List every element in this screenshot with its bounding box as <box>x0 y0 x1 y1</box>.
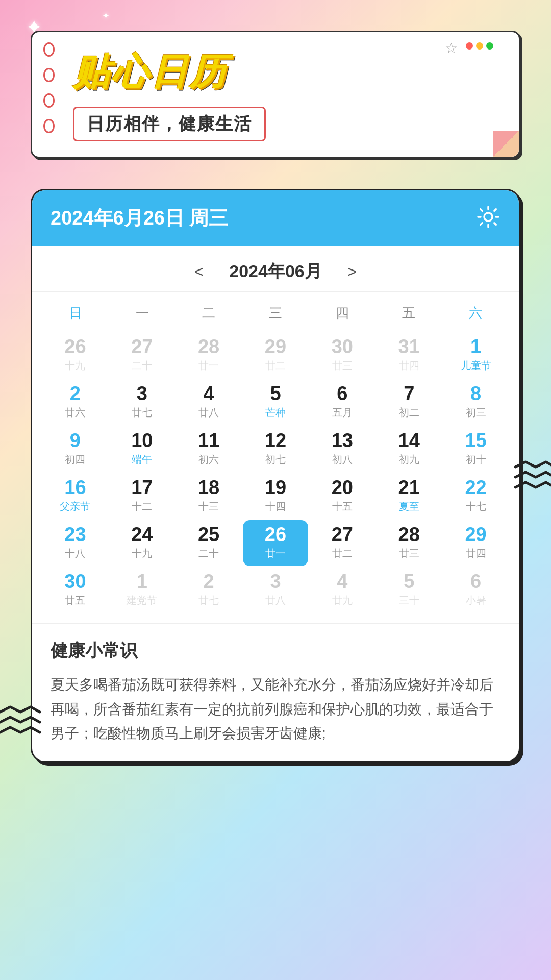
calendar-day[interactable]: 2廿六 <box>42 379 108 425</box>
day-number: 26 <box>265 524 286 546</box>
calendar-day[interactable]: 16父亲节 <box>42 473 108 519</box>
day-lunar: 廿四 <box>466 547 486 560</box>
calendar-day[interactable]: 3廿七 <box>109 379 175 425</box>
calendar-day[interactable]: 14初九 <box>376 426 442 472</box>
weekday-thu: 四 <box>309 300 375 326</box>
calendar-day[interactable]: 20十五 <box>309 473 375 519</box>
calendar-day[interactable]: 10端午 <box>109 426 175 472</box>
calendar-day[interactable]: 19十四 <box>243 473 309 519</box>
month-title: 2024年06月 <box>229 260 321 283</box>
day-number: 13 <box>332 430 353 452</box>
day-number: 28 <box>398 524 420 546</box>
calendar-day[interactable]: 5三十 <box>376 567 442 613</box>
ring-1 <box>43 42 55 57</box>
day-number: 2 <box>70 383 81 405</box>
day-number: 29 <box>465 524 486 546</box>
day-lunar: 小暑 <box>466 594 486 607</box>
calendar-day[interactable]: 2廿七 <box>176 567 242 613</box>
day-lunar: 廿八 <box>265 594 286 607</box>
calendar-day[interactable]: 28廿一 <box>176 332 242 378</box>
calendar-day[interactable]: 9初四 <box>42 426 108 472</box>
day-number: 6 <box>470 571 481 593</box>
calendar-day[interactable]: 6小暑 <box>443 567 509 613</box>
calendar-day[interactable]: 31廿四 <box>376 332 442 378</box>
calendar-body: < 2024年06月 > 日 一 二 三 四 五 六 26十九27二十28廿一2… <box>32 246 519 623</box>
day-lunar: 廿三 <box>399 547 419 560</box>
calendar-day[interactable]: 6五月 <box>309 379 375 425</box>
calendar-day[interactable]: 1建党节 <box>109 567 175 613</box>
calendar-day[interactable]: 29廿二 <box>243 332 309 378</box>
day-number: 24 <box>131 524 153 546</box>
calendar-day[interactable]: 27廿二 <box>309 520 375 566</box>
day-number: 17 <box>131 477 153 499</box>
day-number: 6 <box>337 383 347 405</box>
day-lunar: 三十 <box>399 594 419 607</box>
day-lunar: 廿七 <box>198 594 219 607</box>
day-number: 18 <box>198 477 219 499</box>
calendar-day[interactable]: 27二十 <box>109 332 175 378</box>
weekday-fri: 五 <box>375 300 442 326</box>
day-lunar: 建党节 <box>127 594 157 607</box>
calendar-day[interactable]: 17十二 <box>109 473 175 519</box>
calendar-day[interactable]: 26十九 <box>42 332 108 378</box>
calendar-day[interactable]: 29廿四 <box>443 520 509 566</box>
weekday-tue: 二 <box>176 300 242 326</box>
day-lunar: 初七 <box>265 453 286 467</box>
day-lunar: 十八 <box>65 547 85 560</box>
calendar-day[interactable]: 8初三 <box>443 379 509 425</box>
weekday-wed: 三 <box>242 300 309 326</box>
day-lunar: 芒种 <box>265 406 286 420</box>
day-lunar: 初九 <box>399 453 419 467</box>
calendar-day[interactable]: 30廿三 <box>309 332 375 378</box>
wave-decoration-left <box>0 704 41 742</box>
day-lunar: 端午 <box>132 453 152 467</box>
day-lunar: 初四 <box>65 453 85 467</box>
day-lunar: 初三 <box>466 406 486 420</box>
calendar-day[interactable]: 11初六 <box>176 426 242 472</box>
prev-month-button[interactable]: < <box>189 260 209 283</box>
calendar-day[interactable]: 3廿八 <box>243 567 309 613</box>
next-month-button[interactable]: > <box>342 260 362 283</box>
day-number: 29 <box>265 336 286 358</box>
settings-button[interactable] <box>476 205 500 231</box>
calendar-day[interactable]: 23十八 <box>42 520 108 566</box>
day-number: 4 <box>337 571 347 593</box>
current-date-display: 2024年6月26日 周三 <box>51 205 229 231</box>
calendar-day[interactable]: 24十九 <box>109 520 175 566</box>
day-lunar: 廿四 <box>399 359 419 373</box>
calendar-day[interactable]: 26廿一 <box>243 520 309 566</box>
day-number: 21 <box>398 477 420 499</box>
month-navigation: < 2024年06月 > <box>32 246 519 292</box>
calendar-day[interactable]: 30廿五 <box>42 567 108 613</box>
calendar-day[interactable]: 1儿童节 <box>443 332 509 378</box>
app-title: 贴心日历 <box>73 47 498 96</box>
day-lunar: 儿童节 <box>461 359 491 373</box>
calendar-day[interactable]: 4廿八 <box>176 379 242 425</box>
day-lunar: 父亲节 <box>60 500 90 513</box>
calendar-day[interactable]: 5芒种 <box>243 379 309 425</box>
notebook-banner: ☆ 贴心日历 日历相伴，健康生活 <box>31 31 520 158</box>
day-lunar: 十四 <box>265 500 286 513</box>
day-lunar: 廿六 <box>65 406 85 420</box>
ring-3 <box>43 93 55 108</box>
calendar-header: 2024年6月26日 周三 <box>32 190 519 246</box>
calendar-day[interactable]: 21夏至 <box>376 473 442 519</box>
calendar-day[interactable]: 22十七 <box>443 473 509 519</box>
calendar-day[interactable]: 28廿三 <box>376 520 442 566</box>
health-section: 健康小常识 夏天多喝番茄汤既可获得养料，又能补充水分，番茄汤应烧好并冷却后再喝，… <box>32 623 519 761</box>
calendar-day[interactable]: 13初八 <box>309 426 375 472</box>
calendar-day[interactable]: 25二十 <box>176 520 242 566</box>
calendar-day[interactable]: 12初七 <box>243 426 309 472</box>
calendar-day[interactable]: 7初二 <box>376 379 442 425</box>
day-lunar: 十七 <box>466 500 486 513</box>
calendar-day[interactable]: 18十三 <box>176 473 242 519</box>
calendar-day[interactable]: 4廿九 <box>309 567 375 613</box>
ring-2 <box>43 68 55 82</box>
day-number: 23 <box>64 524 86 546</box>
day-lunar: 廿五 <box>65 594 85 607</box>
weekday-sun: 日 <box>42 300 109 326</box>
calendar-day[interactable]: 15初十 <box>443 426 509 472</box>
star-decoration: ☆ <box>445 40 458 57</box>
day-number: 30 <box>332 336 353 358</box>
day-number: 26 <box>64 336 86 358</box>
